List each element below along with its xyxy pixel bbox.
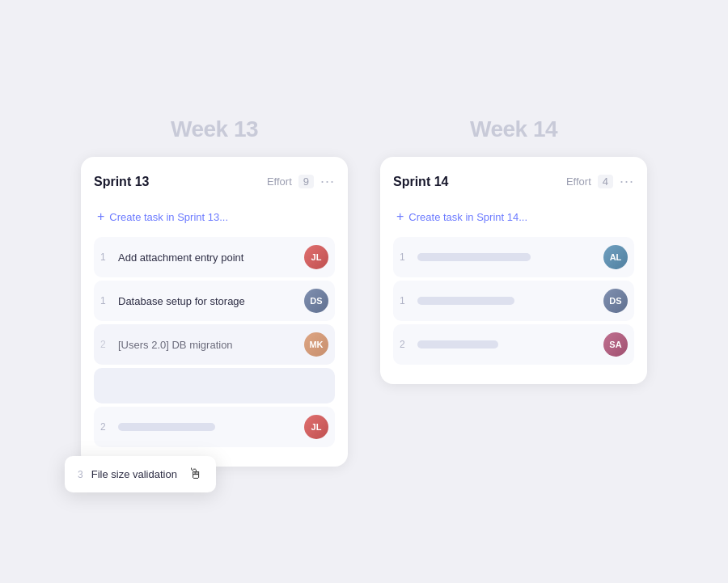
week-14-column: Week 14 Sprint 14 Effort 4 ··· + Create … [380, 116, 647, 384]
task-14-1-avatar: AL [603, 245, 628, 269]
task-item-13-4[interactable]: 2 JL [94, 407, 335, 447]
week-13-column: Week 13 Sprint 13 Effort 9 ··· + Create … [81, 116, 348, 467]
task-13-3-avatar: MK [304, 332, 328, 357]
task-14-2-number: 1 [400, 295, 411, 306]
plus-icon-13: + [97, 209, 104, 224]
sprint-13-header: Sprint 13 Effort 9 ··· [94, 173, 335, 190]
sprint-14-title: Sprint 14 [393, 175, 448, 189]
task-13-1-avatar: JL [304, 245, 328, 269]
task-14-3-number: 2 [400, 339, 411, 350]
task-13-1-number: 1 [100, 251, 112, 263]
plus-icon-14: + [396, 209, 404, 224]
tooltip-text: File size validation [91, 468, 177, 480]
sprint-14-effort-value: 4 [598, 175, 613, 188]
task-13-3-name: [Users 2.0] DB migration [118, 339, 233, 351]
task-14-3-bar [417, 340, 498, 349]
task-13-4-avatar: JL [304, 415, 328, 439]
task-item-14-1[interactable]: 1 AL [393, 237, 634, 277]
sprint-14-menu[interactable]: ··· [620, 173, 634, 190]
task-item-13-2[interactable]: 1 Database setup for storage DS [94, 281, 335, 321]
sprint-14-create-task[interactable]: + Create task in Sprint 14... [393, 203, 634, 230]
task-14-1-number: 1 [400, 251, 411, 263]
task-13-4-number: 2 [100, 421, 112, 433]
task-item-13-3[interactable]: 2 [Users 2.0] DB migration MK [94, 324, 335, 365]
drop-placeholder [94, 368, 335, 403]
main-container: Week 13 Sprint 13 Effort 9 ··· + Create … [0, 0, 728, 583]
sprint-14-header-right: Effort 4 ··· [566, 173, 634, 190]
week-14-label: Week 14 [470, 116, 557, 142]
cursor-icon: 🖱 [188, 466, 203, 483]
task-13-1-name: Add attachment entry point [118, 251, 243, 264]
task-13-2-number: 1 [100, 295, 112, 306]
create-task-13-label: Create task in Sprint 13... [109, 211, 228, 223]
task-14-2-left: 1 [400, 295, 514, 306]
sprint-13-effort-label: Effort [267, 175, 292, 188]
sprint-14-header: Sprint 14 Effort 4 ··· [393, 173, 634, 190]
task-item-13-1[interactable]: 1 Add attachment entry point JL [94, 237, 335, 277]
sprint-13-header-right: Effort 9 ··· [267, 173, 335, 190]
tooltip-number: 3 [78, 469, 83, 480]
task-14-1-bar [417, 253, 531, 261]
weeks-row: Week 13 Sprint 13 Effort 9 ··· + Create … [81, 116, 647, 467]
task-13-2-left: 1 Database setup for storage [100, 295, 245, 307]
task-13-4-left: 2 [100, 421, 215, 433]
task-14-2-bar [417, 297, 514, 305]
task-13-1-left: 1 Add attachment entry point [100, 251, 243, 264]
tooltip-card: 3 File size validation 🖱 [65, 456, 216, 492]
sprint-13-title: Sprint 13 [94, 175, 149, 189]
task-13-2-name: Database setup for storage [118, 295, 245, 307]
task-14-2-avatar: DS [603, 289, 628, 313]
sprint-13-effort-value: 9 [298, 175, 314, 188]
task-13-2-avatar: DS [304, 289, 328, 313]
task-14-1-left: 1 [400, 251, 531, 263]
sprint-13-card: Sprint 13 Effort 9 ··· + Create task in … [81, 157, 348, 467]
task-13-3-number: 2 [100, 339, 112, 350]
task-item-14-2[interactable]: 1 DS [393, 281, 634, 321]
task-item-14-3[interactable]: 2 SA [393, 324, 634, 365]
task-14-3-left: 2 [400, 339, 498, 350]
sprint-13-create-task[interactable]: + Create task in Sprint 13... [94, 203, 335, 230]
task-14-3-avatar: SA [603, 332, 628, 357]
sprint-14-task-list: 1 AL 1 DS [393, 237, 634, 365]
sprint-14-card: Sprint 14 Effort 4 ··· + Create task in … [380, 157, 647, 384]
sprint-13-menu[interactable]: ··· [320, 173, 335, 190]
week-13-label: Week 13 [171, 116, 258, 142]
sprint-14-effort-label: Effort [566, 175, 591, 188]
task-13-3-left: 2 [Users 2.0] DB migration [100, 339, 233, 351]
create-task-14-label: Create task in Sprint 14... [408, 211, 527, 223]
task-13-4-bar [118, 423, 215, 431]
sprint-13-task-list: 1 Add attachment entry point JL 1 Databa… [94, 237, 335, 447]
